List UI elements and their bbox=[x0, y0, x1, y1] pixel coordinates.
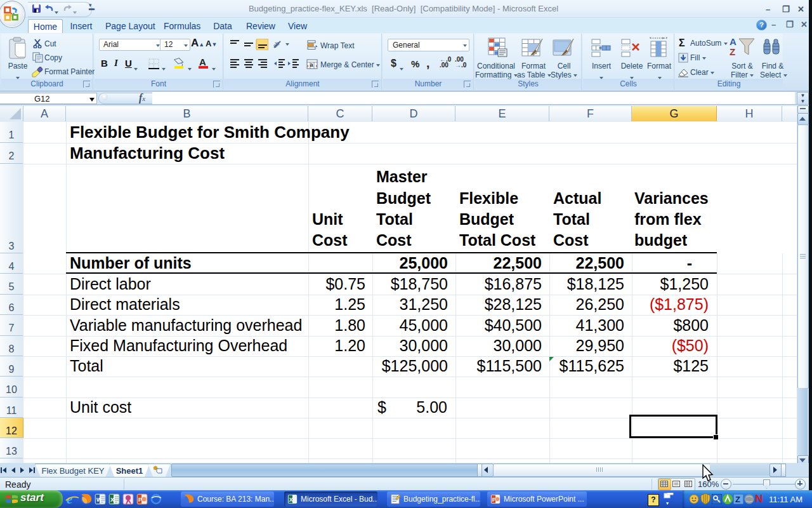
svg-text:P: P bbox=[492, 497, 496, 503]
svg-text:X: X bbox=[289, 497, 293, 503]
svg-text:Z: Z bbox=[735, 495, 740, 504]
svg-text:P: P bbox=[138, 497, 142, 503]
svg-text:X: X bbox=[110, 497, 114, 503]
